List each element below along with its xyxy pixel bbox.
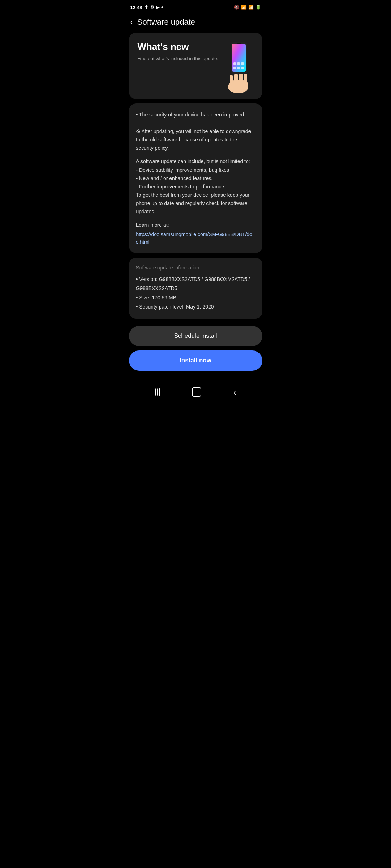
- status-bar-right: 🔇 📶 📶 🔋: [234, 5, 261, 10]
- whats-new-subtitle: Find out what's included in this update.: [138, 55, 219, 62]
- learn-more-label: Learn more at:: [136, 221, 255, 229]
- version-info: • Version: G988BXXS2ATD5 / G988BOXM2ATD5…: [136, 275, 255, 293]
- keep-updated-text: To get the best from your device, please…: [136, 192, 250, 214]
- settings-icon: ⚙: [150, 5, 154, 10]
- dot-icon: •: [161, 4, 164, 10]
- description-text: • The security of your device has been i…: [136, 111, 255, 246]
- page-title: Software update: [137, 17, 195, 27]
- navigation-bar: ‹: [125, 382, 267, 404]
- install-now-button[interactable]: Install now: [129, 350, 262, 371]
- security-note: • The security of your device has been i…: [136, 112, 246, 118]
- svg-rect-9: [233, 62, 236, 65]
- status-bar: 12:43 ⬆ ⚙ ▶ • 🔇 📶 📶 🔋: [125, 0, 267, 13]
- learn-more-section: Learn more at: https://doc.samsungmobile…: [136, 221, 255, 246]
- phone-illustration: [223, 41, 255, 92]
- svg-rect-5: [244, 74, 247, 85]
- recent-apps-button[interactable]: [155, 388, 160, 396]
- security-patch-info: • Security patch level: May 1, 2020: [136, 302, 255, 311]
- buttons-section: Schedule install Install now: [125, 326, 267, 378]
- item-features: - New and / or enhanced features.: [136, 175, 213, 181]
- svg-rect-4: [239, 72, 243, 86]
- can-include-intro: A software update can include, but is no…: [136, 158, 250, 164]
- learn-more-link[interactable]: https://doc.samsungmobile.com/SM-G988B/D…: [136, 231, 255, 246]
- time-display: 12:43: [130, 5, 142, 10]
- item-performance: - Further improvements to performance.: [136, 184, 226, 190]
- svg-rect-13: [237, 67, 240, 69]
- back-button[interactable]: ‹: [130, 17, 133, 27]
- upload-icon: ⬆: [144, 5, 148, 10]
- downgrade-warning: ※ After updating, you will not be able t…: [136, 128, 251, 151]
- svg-rect-11: [241, 62, 244, 65]
- status-bar-left: 12:43 ⬆ ⚙ ▶ •: [130, 4, 164, 10]
- update-info-card: Software update information • Version: G…: [129, 258, 262, 319]
- play-icon: ▶: [156, 5, 159, 10]
- mute-icon: 🔇: [234, 5, 239, 10]
- signal-icon: 📶: [248, 5, 254, 10]
- description-card: • The security of your device has been i…: [129, 103, 262, 253]
- svg-rect-2: [230, 75, 233, 86]
- svg-rect-3: [234, 73, 238, 86]
- svg-rect-14: [241, 67, 244, 69]
- update-info-text: • Version: G988BXXS2ATD5 / G988BOXM2ATD5…: [136, 275, 255, 311]
- wifi-icon: 📶: [241, 5, 247, 10]
- schedule-install-button[interactable]: Schedule install: [129, 326, 262, 346]
- battery-icon: 🔋: [256, 5, 261, 10]
- whats-new-card: What's new Find out what's included in t…: [129, 33, 262, 99]
- size-info: • Size: 170.59 MB: [136, 293, 255, 302]
- main-content: What's new Find out what's included in t…: [125, 33, 267, 319]
- whats-new-text-section: What's new Find out what's included in t…: [138, 41, 219, 62]
- whats-new-title: What's new: [138, 41, 219, 52]
- page-header: ‹ Software update: [125, 13, 267, 33]
- item-stability: - Device stability improvements, bug fix…: [136, 167, 231, 173]
- update-info-title: Software update information: [136, 265, 255, 271]
- svg-rect-8: [237, 43, 241, 44]
- svg-rect-10: [237, 62, 240, 65]
- phone-svg: [224, 41, 253, 93]
- home-button[interactable]: [192, 387, 201, 397]
- back-nav-button[interactable]: ‹: [233, 387, 236, 397]
- svg-rect-12: [233, 67, 236, 69]
